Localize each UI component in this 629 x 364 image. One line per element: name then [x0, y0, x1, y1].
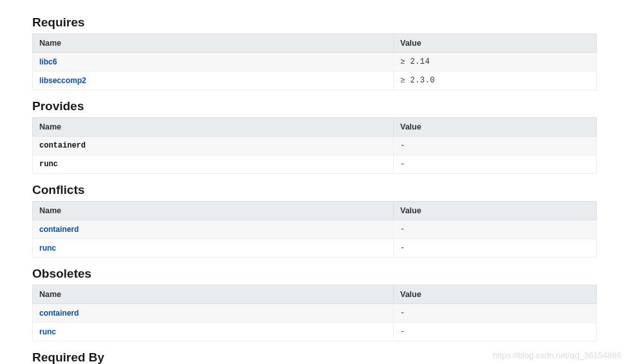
table-row: containerd -: [33, 137, 597, 155]
table-provides: Name Value containerd - runc -: [32, 117, 597, 174]
section-title-required-by: Required By: [32, 350, 597, 364]
column-header-name: Name: [33, 202, 394, 220]
package-value: -: [394, 239, 597, 258]
package-value: -: [394, 220, 597, 239]
package-link[interactable]: runc: [33, 239, 394, 258]
column-header-value: Value: [394, 118, 597, 137]
table-row: libc6 ≥ 2.14: [33, 53, 597, 72]
table-row: runc -: [33, 239, 597, 258]
table-row: libseccomp2 ≥ 2.3.0: [33, 72, 597, 90]
column-header-value: Value: [394, 34, 597, 53]
table-requires: Name Value libc6 ≥ 2.14 libseccomp2 ≥ 2.…: [32, 34, 597, 90]
section-title-provides: Provides: [32, 99, 597, 113]
package-link[interactable]: containerd: [33, 220, 394, 239]
package-value: -: [394, 323, 597, 341]
column-header-name: Name: [33, 34, 394, 53]
package-link[interactable]: libc6: [33, 53, 394, 72]
package-value: -: [394, 155, 597, 174]
package-value: ≥ 2.3.0: [394, 72, 597, 90]
column-header-value: Value: [394, 285, 597, 304]
table-conflicts: Name Value containerd - runc -: [32, 201, 597, 258]
package-value: -: [394, 137, 597, 155]
column-header-name: Name: [33, 118, 394, 137]
package-link[interactable]: containerd: [33, 304, 394, 323]
column-header-name: Name: [33, 285, 394, 304]
section-title-requires: Requires: [32, 15, 597, 30]
package-link[interactable]: libseccomp2: [33, 72, 394, 90]
package-name: containerd: [33, 137, 394, 155]
table-row: runc -: [33, 323, 597, 341]
table-obsoletes: Name Value containerd - runc -: [32, 285, 597, 341]
package-name: runc: [33, 155, 394, 174]
table-row: containerd -: [33, 304, 597, 323]
package-value: ≥ 2.14: [394, 53, 597, 72]
package-value: -: [394, 304, 597, 323]
table-row: runc -: [33, 155, 597, 174]
section-title-conflicts: Conflicts: [32, 183, 597, 197]
package-link[interactable]: runc: [33, 323, 394, 341]
table-row: containerd -: [33, 220, 597, 239]
section-title-obsoletes: Obsoletes: [32, 267, 597, 281]
column-header-value: Value: [394, 202, 597, 220]
